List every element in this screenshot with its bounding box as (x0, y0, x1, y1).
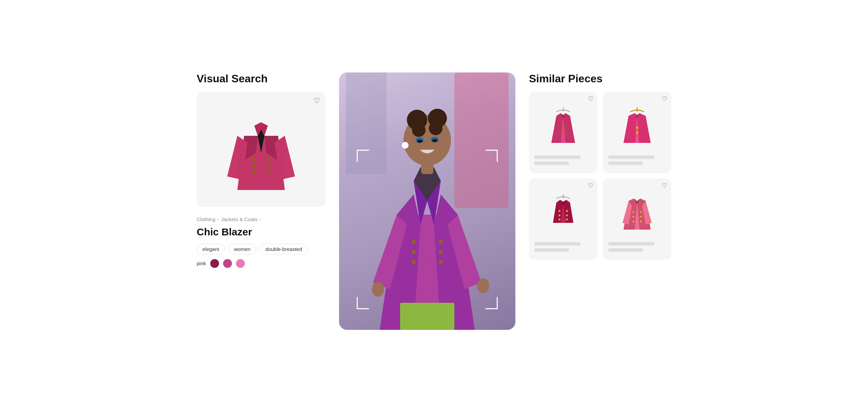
similar-favorite-4[interactable]: ♡ (662, 183, 667, 189)
tags-row: elegant women double-breasted (197, 244, 326, 254)
svg-point-47 (566, 210, 568, 212)
svg-point-41 (636, 126, 638, 129)
similar-blazer-svg-3 (548, 192, 578, 230)
similar-grid: ♡ (529, 92, 671, 260)
similar-text-2a (608, 155, 654, 159)
similar-blazer-svg-4 (622, 192, 652, 230)
breadcrumb-chevron: › (217, 217, 219, 222)
model-svg (339, 72, 515, 330)
svg-point-14 (477, 278, 489, 293)
scan-corner-bottom-right (486, 297, 498, 309)
color-label: pink (197, 260, 206, 266)
similar-text-3b (534, 248, 569, 252)
similar-card-1: ♡ (529, 92, 597, 173)
similar-img-1 (534, 97, 592, 151)
svg-point-24 (432, 139, 437, 142)
svg-point-19 (412, 123, 426, 137)
similar-text-1a (534, 155, 580, 159)
svg-point-38 (566, 129, 568, 131)
svg-point-36 (559, 133, 561, 135)
similar-blazer-svg-2 (622, 106, 652, 143)
blazer-illustration (224, 109, 298, 190)
svg-point-50 (632, 211, 634, 213)
svg-point-53 (640, 211, 642, 213)
svg-point-29 (412, 260, 416, 264)
breadcrumb: Clothing › Jackets & Coats › (197, 216, 326, 222)
similar-text-3a (534, 242, 580, 246)
svg-point-55 (640, 220, 642, 223)
similar-img-2 (608, 97, 666, 151)
favorite-button[interactable]: ♡ (313, 97, 320, 105)
scan-corner-top-left (357, 150, 369, 162)
similar-favorite-1[interactable]: ♡ (588, 96, 593, 102)
scan-corner-bottom-left (357, 297, 369, 309)
similar-card-4: ♡ (603, 178, 671, 260)
similar-text-2b (608, 162, 643, 165)
breadcrumb-child[interactable]: Jackets & Coats (221, 216, 257, 222)
svg-point-48 (566, 214, 568, 216)
center-panel (339, 72, 515, 330)
svg-point-25 (402, 142, 409, 149)
svg-rect-12 (400, 303, 454, 330)
breadcrumb-parent[interactable]: Clothing (197, 216, 215, 222)
similar-blazer-svg-1 (548, 106, 578, 143)
color-dot-medium[interactable] (223, 259, 232, 268)
color-dot-light[interactable] (236, 259, 245, 268)
similar-favorite-2[interactable]: ♡ (662, 96, 667, 102)
svg-point-39 (566, 133, 568, 135)
svg-rect-6 (237, 136, 285, 190)
svg-point-46 (558, 218, 560, 220)
svg-point-54 (640, 216, 642, 218)
similar-text-4a (608, 242, 654, 246)
svg-point-20 (429, 122, 442, 135)
svg-point-44 (558, 210, 560, 212)
svg-point-52 (632, 220, 634, 223)
similar-img-4 (608, 184, 666, 238)
left-panel: Visual Search ♡ (197, 72, 326, 268)
svg-rect-10 (454, 72, 509, 208)
svg-point-51 (632, 216, 634, 218)
similar-img-3 (534, 184, 592, 238)
tag-women[interactable]: women (228, 244, 256, 254)
tag-double-breasted[interactable]: double-breasted (260, 244, 308, 254)
svg-point-37 (566, 125, 568, 127)
svg-point-42 (636, 131, 638, 134)
main-container: Visual Search ♡ (197, 72, 671, 330)
svg-point-35 (559, 129, 561, 131)
svg-point-23 (417, 140, 422, 143)
scan-corner-top-right (486, 150, 498, 162)
similar-favorite-3[interactable]: ♡ (588, 183, 593, 189)
similar-pieces-title: Similar Pieces (529, 72, 671, 85)
color-dot-dark[interactable] (210, 259, 219, 268)
product-title: Chic Blazer (197, 226, 326, 238)
svg-point-31 (439, 250, 443, 254)
svg-point-27 (412, 240, 416, 244)
visual-search-title: Visual Search (197, 72, 326, 85)
similar-text-1b (534, 162, 569, 165)
svg-point-34 (559, 125, 561, 127)
tag-elegant[interactable]: elegant (197, 244, 225, 254)
right-panel: Similar Pieces ♡ (529, 72, 671, 260)
similar-text-4b (608, 248, 643, 252)
svg-point-30 (439, 240, 443, 244)
svg-point-49 (566, 218, 568, 220)
breadcrumb-chevron2: › (260, 217, 261, 222)
svg-point-45 (558, 214, 560, 216)
product-card: ♡ (197, 92, 326, 207)
similar-card-2: ♡ (603, 92, 671, 173)
similar-card-3: ♡ (529, 178, 597, 260)
svg-point-28 (412, 250, 416, 254)
svg-point-32 (439, 260, 443, 264)
svg-point-13 (372, 282, 384, 297)
product-image (224, 109, 298, 190)
photo-frame (339, 72, 515, 330)
colors-row: pink (197, 259, 326, 268)
